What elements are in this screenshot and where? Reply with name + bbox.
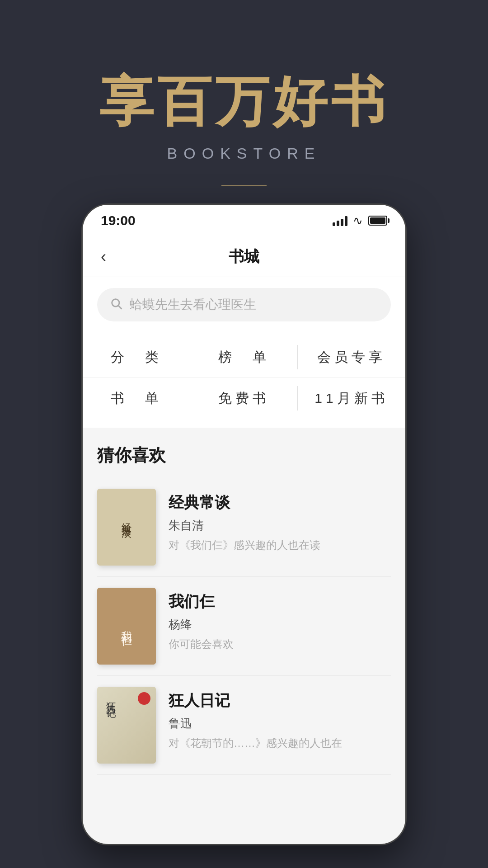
back-button[interactable]: ‹ [96,243,111,271]
book-author-2: 杨绛 [169,617,391,632]
wifi-icon: ∿ [353,214,363,228]
book-desc-3: 对《花朝节的……》感兴趣的人也在 [169,736,391,750]
signal-icon [333,215,347,226]
category-ranking[interactable]: 榜 单 [190,337,298,377]
book-info-2: 我们仨 杨绛 你可能会喜欢 [169,588,391,651]
book-author-1: 朱自清 [169,518,391,533]
nav-title: 书城 [229,246,259,267]
book-desc-1: 对《我们仨》感兴趣的人也在读 [169,538,391,552]
category-row-1: 分 类 榜 单 会员专享 [83,337,405,378]
section-title: 猜你喜欢 [97,444,391,467]
category-booklist[interactable]: 书 单 [83,378,190,419]
book-cover-2: 我们仨 [97,588,156,665]
nav-bar: ‹ 书城 [83,236,405,277]
phone-mockup: 19:00 ∿ ‹ 书城 [81,203,407,845]
category-classify[interactable]: 分 类 [83,337,190,377]
hero-section: 享百万好书 BOOKSTORE [0,0,488,186]
status-time: 19:00 [101,213,136,228]
category-row-2: 书 单 免费书 11月新书 [83,378,405,419]
book-title-2: 我们仨 [169,591,391,612]
book-title-1: 经典常谈 [169,492,391,513]
book-title-3: 狂人日记 [169,690,391,711]
book-info-3: 狂人日记 鲁迅 对《花朝节的……》感兴趣的人也在 [169,687,391,750]
book-item-2[interactable]: 我们仨 我们仨 杨绛 你可能会喜欢 [97,577,391,676]
status-icons: ∿ [333,214,387,228]
hero-title: 享百万好书 [0,72,488,132]
hero-subtitle: BOOKSTORE [0,145,488,162]
category-vip[interactable]: 会员专享 [298,337,405,377]
search-placeholder-text: 蛤蟆先生去看心理医生 [130,296,256,313]
book-desc-2: 你可能会喜欢 [169,637,391,651]
svg-line-1 [118,306,121,308]
category-grid: 分 类 榜 单 会员专享 书 单 免费书 11月新书 [83,332,405,428]
category-free[interactable]: 免费书 [190,378,298,419]
book-author-3: 鲁迅 [169,716,391,731]
book-item-3[interactable]: 狂人日记 狂人日记 鲁迅 对《花朝节的……》感兴趣的人也在 [97,676,391,775]
book-list: 经典常淡 一 经典常谈 朱自清 对《我们仨》感兴趣的人也在读 我们仨 [97,478,391,775]
search-container: 蛤蟆先生去看心理医生 [83,277,405,332]
book-cover-3: 狂人日记 [97,687,156,764]
search-icon [110,297,122,313]
category-new[interactable]: 11月新书 [298,378,405,419]
book-item-1[interactable]: 经典常淡 一 经典常谈 朱自清 对《我们仨》感兴趣的人也在读 [97,478,391,577]
hero-divider [221,185,267,186]
main-content: 猜你喜欢 经典常淡 一 经典常谈 朱自清 对《我们仨》感兴趣的人也在读 [83,428,405,775]
search-bar[interactable]: 蛤蟆先生去看心理医生 [97,288,391,321]
battery-icon [368,216,387,226]
status-bar: 19:00 ∿ [83,205,405,236]
book-info-1: 经典常谈 朱自清 对《我们仨》感兴趣的人也在读 [169,489,391,552]
book-cover-1: 经典常淡 一 [97,489,156,566]
